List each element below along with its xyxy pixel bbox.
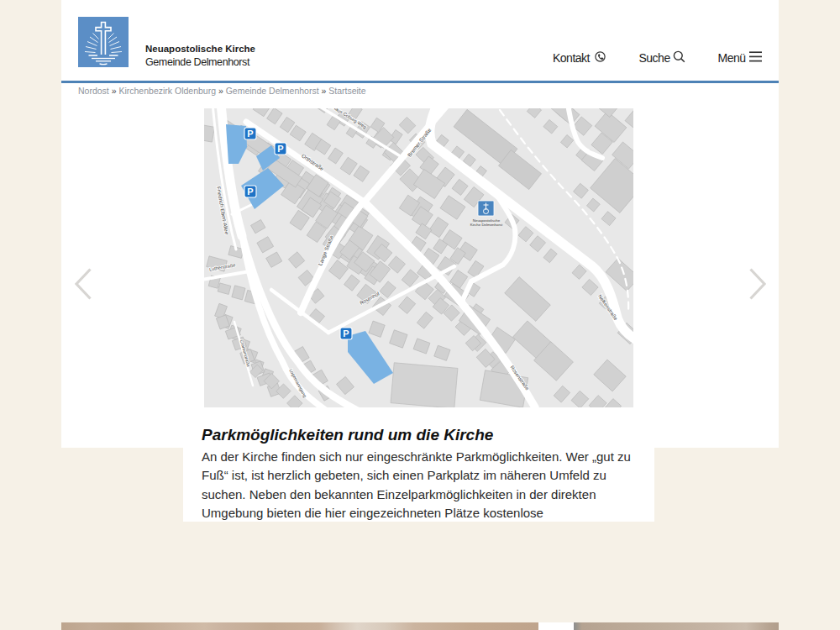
svg-text:P: P [247,129,253,139]
svg-text:Kirche Delmenhorst: Kirche Delmenhorst [470,223,503,227]
svg-text:P: P [277,144,283,154]
svg-text:P: P [343,328,349,339]
svg-text:Neuapostolische: Neuapostolische [473,218,501,223]
svg-text:P: P [247,186,253,197]
